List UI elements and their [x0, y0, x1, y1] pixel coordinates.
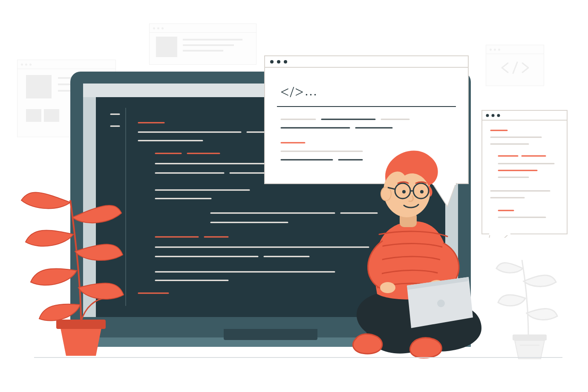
svg-point-84: [420, 190, 424, 193]
svg-point-53: [492, 114, 495, 117]
svg-point-35: [270, 60, 274, 63]
floor-line: [34, 357, 562, 358]
code-tag-text: </>: [280, 84, 305, 101]
svg-point-54: [497, 114, 500, 117]
code-tag-icon: [500, 61, 530, 76]
person-coder: [341, 145, 503, 362]
svg-point-37: [284, 60, 287, 63]
svg-line-0: [513, 62, 517, 73]
svg-rect-71: [513, 334, 547, 340]
svg-marker-72: [515, 340, 545, 359]
svg-point-52: [486, 114, 489, 117]
svg-point-74: [380, 282, 395, 293]
popup-code-tag: </>…: [280, 83, 318, 101]
svg-point-78: [381, 187, 391, 201]
svg-point-36: [277, 60, 280, 63]
bg-window-top-center: [149, 23, 257, 65]
plant-left: [17, 170, 128, 362]
plant-right: [492, 239, 565, 362]
bg-window-top-right: [486, 45, 544, 86]
svg-point-83: [402, 190, 406, 193]
code-tag-dots: …: [305, 84, 318, 98]
svg-rect-3: [224, 327, 317, 340]
illustration-stage: { "colors": { "teal_dark": "#2e454d", "t…: [0, 0, 588, 392]
svg-point-87: [437, 300, 445, 307]
